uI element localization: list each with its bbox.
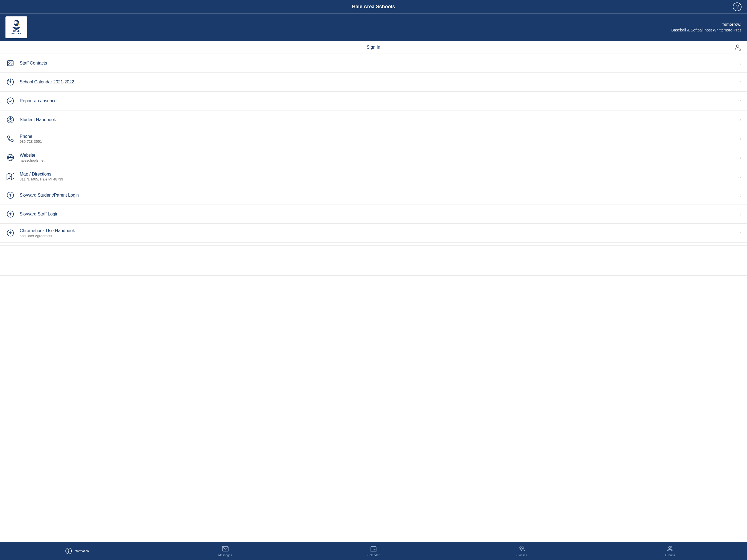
student-handbook-content: Student Handbook [20, 117, 737, 122]
website-content: Website haleschools.net [20, 153, 737, 162]
svg-rect-35 [373, 549, 374, 550]
svg-point-5 [736, 45, 739, 47]
school-calendar-icon [5, 77, 15, 87]
user-settings-button[interactable] [734, 44, 742, 51]
school-calendar-content: School Calendar 2021-2022 [20, 80, 737, 84]
list-item-website[interactable]: Website haleschools.net › [0, 148, 747, 167]
chromebook-subtitle: and User Agreement [20, 234, 737, 238]
report-absence-icon [5, 96, 15, 106]
staff-icon [5, 58, 15, 68]
chromebook-icon [5, 228, 15, 238]
chromebook-content: Chromebook Use Handbook and User Agreeme… [20, 228, 737, 238]
phone-content: Phone 989-728-3551 [20, 134, 737, 144]
staff-contacts-title: Staff Contacts [20, 61, 737, 66]
logo-text: HALEEAGLES [11, 30, 21, 35]
tab-information[interactable]: Information [3, 548, 151, 555]
svg-point-9 [9, 62, 10, 63]
chevron-icon: › [740, 174, 742, 179]
list-item-report-absence[interactable]: Report an absence › [0, 92, 747, 110]
report-absence-content: Report an absence [20, 98, 737, 103]
website-icon [5, 153, 15, 162]
phone-number: 989-728-3551 [20, 139, 737, 144]
chevron-icon: › [740, 136, 742, 142]
skyward-staff-content: Skyward Staff Login [20, 212, 737, 217]
school-banner: HALEEAGLES Tomorrow: Baseball & Softball… [0, 14, 747, 41]
map-directions-title: Map / Directions [20, 172, 737, 177]
tab-groups[interactable]: Groups [596, 545, 744, 557]
tab-calendar[interactable]: Calendar [300, 545, 447, 557]
tab-classes[interactable]: Classes [447, 545, 596, 557]
skyward-student-icon [5, 190, 15, 200]
tab-groups-label: Groups [665, 554, 675, 557]
list-item-staff-contacts[interactable]: Staff Contacts › [0, 54, 747, 73]
website-title: Website [20, 153, 737, 158]
svg-point-14 [7, 98, 14, 104]
spacer2 [0, 275, 747, 286]
map-icon [5, 172, 15, 181]
svg-point-37 [520, 546, 522, 549]
chevron-icon: › [740, 117, 742, 123]
tab-calendar-label: Calendar [367, 554, 380, 557]
svg-point-38 [522, 546, 524, 549]
svg-point-41 [670, 546, 672, 548]
skyward-student-content: Skyward Student/Parent Login [20, 193, 737, 198]
top-bar: Hale Area Schools ? [0, 0, 747, 14]
tab-messages-label: Messages [218, 554, 232, 557]
bottom-tab-bar: Information Messages Calendar [0, 542, 747, 560]
list-item-skyward-staff[interactable]: Skyward Staff Login › [0, 205, 747, 224]
school-calendar-title: School Calendar 2021-2022 [20, 80, 737, 84]
list-item-phone[interactable]: Phone 989-728-3551 › [0, 129, 747, 148]
svg-marker-1 [18, 24, 20, 25]
student-handbook-title: Student Handbook [20, 117, 737, 122]
map-address: 311 N. M65, Hale MI 48739 [20, 177, 737, 181]
phone-icon [5, 134, 15, 144]
chevron-icon: › [740, 79, 742, 85]
chevron-icon: › [740, 230, 742, 236]
list-item-skyward-student[interactable]: Skyward Student/Parent Login › [0, 186, 747, 205]
student-handbook-icon [5, 115, 15, 125]
skyward-staff-title: Skyward Staff Login [20, 212, 737, 217]
svg-point-3 [18, 23, 18, 23]
website-url: haleschools.net [20, 158, 737, 162]
svg-rect-34 [372, 549, 373, 550]
chromebook-title: Chromebook Use Handbook [20, 228, 737, 233]
map-directions-content: Map / Directions 311 N. M65, Hale MI 487… [20, 172, 737, 181]
signin-row: Sign In [0, 41, 747, 54]
school-logo: HALEEAGLES [5, 17, 27, 38]
banner-news: Tomorrow: Baseball & Softball host Whitt… [27, 22, 742, 33]
help-button[interactable]: ? [733, 2, 742, 11]
info-icon [65, 548, 72, 555]
tab-information-label: Information [74, 549, 89, 553]
messages-icon [222, 545, 229, 552]
spacer1 [0, 245, 747, 267]
app-title: Hale Area Schools [352, 4, 395, 9]
classes-icon [518, 545, 525, 552]
calendar-icon [370, 545, 377, 552]
chevron-icon: › [740, 155, 742, 160]
chevron-icon: › [740, 98, 742, 104]
svg-rect-36 [374, 549, 375, 550]
report-absence-title: Report an absence [20, 98, 737, 103]
list-item-student-handbook[interactable]: Student Handbook › [0, 110, 747, 129]
list-item-school-calendar[interactable]: School Calendar 2021-2022 › [0, 73, 747, 92]
chevron-icon: › [740, 60, 742, 66]
svg-point-16 [10, 120, 10, 120]
skyward-staff-icon [5, 209, 15, 219]
chevron-icon: › [740, 193, 742, 198]
groups-icon [667, 545, 674, 552]
main-content: Staff Contacts › School Calendar 2021-20… [0, 54, 747, 542]
phone-title: Phone [20, 134, 737, 139]
tab-messages[interactable]: Messages [151, 545, 299, 557]
svg-point-4 [14, 21, 17, 24]
skyward-student-title: Skyward Student/Parent Login [20, 193, 737, 198]
list-item-map-directions[interactable]: Map / Directions 311 N. M65, Hale MI 487… [0, 167, 747, 186]
tab-classes-label: Classes [516, 554, 527, 557]
chevron-icon: › [740, 211, 742, 217]
svg-point-40 [669, 546, 670, 548]
signin-link[interactable]: Sign In [367, 45, 380, 50]
list-item-chromebook[interactable]: Chromebook Use Handbook and User Agreeme… [0, 224, 747, 243]
staff-contacts-content: Staff Contacts [20, 61, 737, 66]
svg-point-22 [10, 176, 11, 177]
svg-point-39 [521, 550, 522, 551]
